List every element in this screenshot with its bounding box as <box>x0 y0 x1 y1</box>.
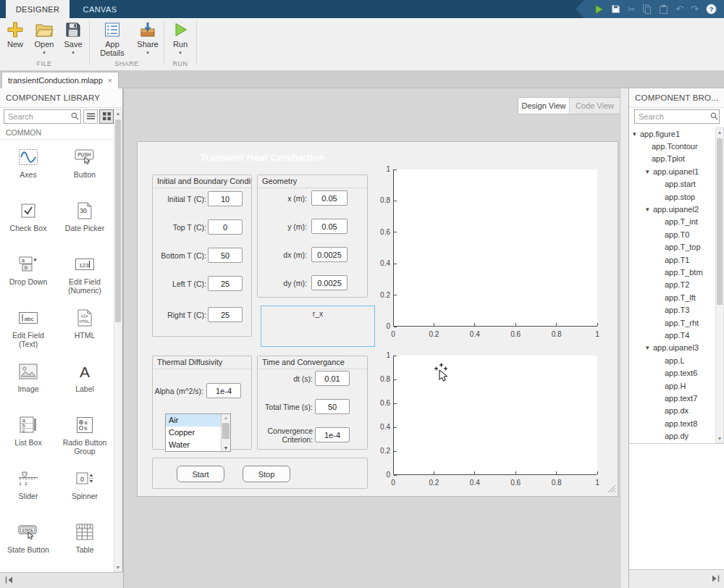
tree-item-app-uipanel3[interactable]: ▾app.uipanel3 <box>630 342 715 354</box>
tree-item-app-figure1[interactable]: ▾app.figure1 <box>630 127 715 140</box>
tree-item-app-stop[interactable]: app.stop <box>630 190 715 203</box>
tree-item-app-dy[interactable]: app.dy <box>630 429 715 442</box>
edit-field-bottom-t-c[interactable]: 50 <box>208 248 243 263</box>
scroll-down-icon[interactable]: ▼ <box>716 436 723 441</box>
qab-paste-icon[interactable] <box>659 4 668 14</box>
panel-initial-boundary-conditions[interactable]: Initial and Boundary Conditions Initial … <box>152 175 252 337</box>
list-box-item-water[interactable]: Water <box>166 439 221 451</box>
qab-run-icon[interactable] <box>594 4 604 14</box>
tree-item-app-tcontour[interactable]: app.Tcontour <box>630 140 715 152</box>
library-collapse-bar[interactable] <box>0 572 123 588</box>
tree-item-app-tplot[interactable]: app.Tplot <box>630 153 715 165</box>
ribbon-button-open[interactable]: Open▾ <box>33 20 55 56</box>
panel-run-buttons[interactable]: Start Stop <box>152 458 368 489</box>
edit-field-dy-m[interactable]: 0.0025 <box>311 275 348 290</box>
tab-designer[interactable]: DESIGNER <box>6 0 70 18</box>
tree-item-app-t1[interactable]: app.T1 <box>630 253 715 266</box>
scroll-up-icon[interactable]: ▲ <box>114 111 122 116</box>
tree-scrollbar[interactable]: ▲ ▼ <box>715 127 724 443</box>
tree-item-app-t2[interactable]: app.T2 <box>630 279 715 291</box>
list-view-button[interactable] <box>83 109 98 124</box>
tree-expand-icon[interactable]: ▾ <box>646 206 653 213</box>
tree-expand-icon[interactable]: ▾ <box>646 168 653 175</box>
list-box-scrollbar[interactable]: ▲ ▼ <box>221 414 230 451</box>
tree-item-app-l[interactable]: app.L <box>630 354 715 366</box>
tree-item-app-text7[interactable]: app.text7 <box>630 392 715 404</box>
scroll-up-icon[interactable]: ▲ <box>716 130 723 135</box>
edit-field-left-t-c[interactable]: 25 <box>208 276 243 291</box>
tree-item-app-uipanel1[interactable]: ▾app.uipanel1 <box>630 165 715 177</box>
library-item-edit-field-numeric[interactable]: 123Edit Field (Numeric) <box>56 249 113 303</box>
tree-item-app-t-btm[interactable]: app.T_btm <box>630 266 715 278</box>
library-item-image[interactable]: Image <box>0 356 56 410</box>
browser-collapse-bar[interactable] <box>629 569 724 588</box>
panel-time-convergence[interactable]: Time and Convergance dt (s):0.01Total Ti… <box>257 356 368 450</box>
tab-canvas[interactable]: CANVAS <box>70 0 130 18</box>
library-item-list-box[interactable]: abcList Box <box>0 410 56 463</box>
scroll-down-icon[interactable]: ▼ <box>114 565 122 570</box>
library-scrollbar[interactable]: ▲ ▼ <box>114 109 122 572</box>
library-item-table[interactable]: 123Table <box>56 517 113 571</box>
edit-field-y-m[interactable]: 0.05 <box>311 219 348 234</box>
selected-label-rx[interactable]: r_x <box>261 306 375 347</box>
library-item-state-button[interactable]: STATEState Button <box>0 517 56 571</box>
close-icon[interactable]: × <box>108 76 112 85</box>
scrollbar-thumb[interactable] <box>115 119 121 322</box>
tree-item-app-text6[interactable]: app.text6 <box>630 366 715 379</box>
panel-thermal-diffusivity[interactable]: Thermal Diffusivity Alpha (m^2/s): 1e-4 … <box>152 356 252 450</box>
tree-item-app-text8[interactable]: app.text8 <box>630 417 715 429</box>
ribbon-button-save[interactable]: Save▾ <box>62 20 84 56</box>
edit-field-x-m[interactable]: 0.05 <box>311 190 348 206</box>
list-box-item-copper[interactable]: Copper <box>166 427 221 439</box>
ribbon-button-new[interactable]: New <box>4 20 26 49</box>
design-view-button[interactable]: Design View <box>518 98 569 114</box>
qab-copy-icon[interactable] <box>642 4 652 14</box>
qab-undo-icon[interactable]: ↶ <box>675 4 683 14</box>
tree-item-app-t-rht[interactable]: app.T_rht <box>630 316 715 329</box>
edit-field-dt-s[interactable]: 0.01 <box>315 371 350 386</box>
qab-save-icon[interactable] <box>611 4 620 14</box>
library-item-html[interactable]: </>HTMLHTML <box>56 303 113 356</box>
ribbon-button-share[interactable]: Share▾ <box>137 20 159 56</box>
panel-geometry[interactable]: Geometry x (m):0.05y (m):0.05dx (m):0.00… <box>257 175 368 298</box>
scroll-up-icon[interactable]: ▲ <box>222 415 230 420</box>
library-item-slider[interactable]: 12Slider <box>0 463 56 517</box>
qab-help-icon[interactable]: ? <box>706 4 717 14</box>
scrollbar-thumb[interactable] <box>717 138 723 305</box>
tree-item-app-t4[interactable]: app.T4 <box>630 329 715 341</box>
scroll-down-icon[interactable]: ▼ <box>222 445 230 450</box>
grid-view-button[interactable] <box>99 109 114 124</box>
resize-grip-icon[interactable] <box>607 484 616 495</box>
edit-field-right-t-c[interactable]: 25 <box>208 307 243 322</box>
canvas-scrollbar[interactable] <box>620 88 628 588</box>
app-title-banner[interactable]: Transient Heat Conduction <box>167 148 358 167</box>
tree-item-app-t-lft[interactable]: app.T_lft <box>630 291 715 303</box>
tree-item-app-start[interactable]: app.start <box>630 178 715 190</box>
app-figure-canvas[interactable]: Transient Heat Conduction Initial and Bo… <box>137 141 618 497</box>
tree-item-app-t-int[interactable]: app.T_int <box>630 216 715 228</box>
tree-item-app-t0[interactable]: app.T0 <box>630 228 715 240</box>
edit-field-top-t-c[interactable]: 0 <box>208 219 243 235</box>
edit-field-dx-m[interactable]: 0.0025 <box>311 247 348 262</box>
library-item-axes[interactable]: Axes <box>0 142 56 196</box>
tree-item-app-t3[interactable]: app.T3 <box>630 303 715 316</box>
ribbon-button-run[interactable]: Run▾ <box>169 20 191 56</box>
tree-item-app-t-top[interactable]: app.T_top <box>630 241 715 253</box>
alpha-edit-field[interactable]: 1e-4 <box>206 383 241 398</box>
axes-tcontour[interactable]: 00.20.40.60.8110.80.60.40.20 <box>373 164 619 345</box>
scrollbar-thumb[interactable] <box>222 423 230 439</box>
axes-tplot[interactable]: 00.20.40.60.8110.80.60.40.20 <box>373 350 619 495</box>
code-view-button[interactable]: Code View <box>569 98 620 114</box>
tree-expand-icon[interactable]: ▾ <box>633 130 640 138</box>
edit-field-convergence-criterion[interactable]: 1e-4 <box>315 427 350 442</box>
material-list-box[interactable]: AirCopperWater ▲ ▼ <box>165 413 231 452</box>
list-box-item-air[interactable]: Air <box>166 414 221 427</box>
qab-cut-icon[interactable]: ✂ <box>628 4 635 14</box>
library-item-edit-field-text[interactable]: abcEdit Field (Text) <box>0 303 56 356</box>
design-canvas-area[interactable]: Design View Code View Transient Heat Con… <box>123 88 620 588</box>
library-item-spinner[interactable]: 0Spinner <box>56 463 113 517</box>
library-item-date-picker[interactable]: 30Date Picker <box>56 196 113 249</box>
library-item-drop-down[interactable]: abDrop Down <box>0 249 56 303</box>
browser-search-input[interactable] <box>634 109 720 124</box>
edit-field-initial-t-c[interactable]: 10 <box>208 191 243 206</box>
